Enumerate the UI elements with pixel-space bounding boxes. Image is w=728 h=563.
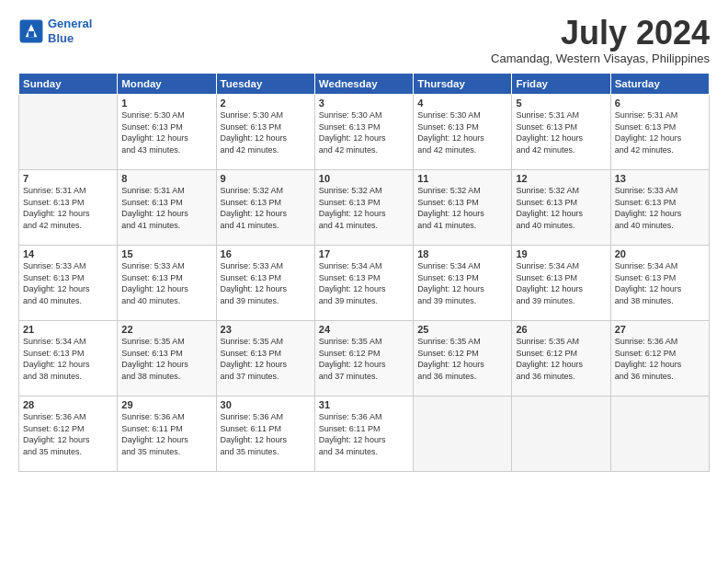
day-number: 6	[615, 98, 705, 109]
day-number: 22	[121, 324, 211, 335]
logo-icon	[18, 18, 44, 44]
weekday-header: Saturday	[610, 74, 709, 95]
location: Camandag, Western Visayas, Philippines	[491, 52, 710, 65]
calendar-cell: 15Sunrise: 5:33 AM Sunset: 6:13 PM Dayli…	[118, 246, 216, 321]
day-number: 20	[615, 248, 705, 259]
cell-info: Sunrise: 5:32 AM Sunset: 6:13 PM Dayligh…	[516, 185, 606, 231]
calendar-cell: 14Sunrise: 5:33 AM Sunset: 6:13 PM Dayli…	[19, 246, 118, 321]
cell-info: Sunrise: 5:31 AM Sunset: 6:13 PM Dayligh…	[615, 109, 705, 155]
cell-info: Sunrise: 5:34 AM Sunset: 6:13 PM Dayligh…	[319, 260, 409, 306]
day-number: 21	[23, 324, 113, 335]
day-number: 8	[121, 173, 211, 184]
cell-info: Sunrise: 5:35 AM Sunset: 6:12 PM Dayligh…	[319, 336, 409, 382]
calendar-cell: 23Sunrise: 5:35 AM Sunset: 6:13 PM Dayli…	[216, 321, 314, 396]
calendar-week-row: 7Sunrise: 5:31 AM Sunset: 6:13 PM Daylig…	[19, 170, 710, 246]
calendar-table: SundayMondayTuesdayWednesdayThursdayFrid…	[18, 73, 710, 472]
calendar-cell: 26Sunrise: 5:35 AM Sunset: 6:12 PM Dayli…	[512, 321, 610, 396]
cell-info: Sunrise: 5:34 AM Sunset: 6:13 PM Dayligh…	[23, 336, 113, 382]
day-number: 19	[516, 248, 606, 259]
logo-text: General Blue	[48, 17, 92, 45]
cell-info: Sunrise: 5:31 AM Sunset: 6:13 PM Dayligh…	[516, 109, 606, 155]
calendar-cell: 9Sunrise: 5:32 AM Sunset: 6:13 PM Daylig…	[216, 170, 314, 246]
calendar-cell: 10Sunrise: 5:32 AM Sunset: 6:13 PM Dayli…	[314, 170, 413, 246]
logo: General Blue	[18, 17, 92, 45]
day-number: 29	[121, 399, 211, 410]
calendar-cell: 22Sunrise: 5:35 AM Sunset: 6:13 PM Dayli…	[118, 321, 216, 396]
day-number: 18	[417, 248, 507, 259]
cell-info: Sunrise: 5:31 AM Sunset: 6:13 PM Dayligh…	[23, 185, 113, 231]
calendar-cell: 21Sunrise: 5:34 AM Sunset: 6:13 PM Dayli…	[19, 321, 118, 396]
cell-info: Sunrise: 5:33 AM Sunset: 6:13 PM Dayligh…	[23, 260, 113, 306]
cell-info: Sunrise: 5:36 AM Sunset: 6:11 PM Dayligh…	[319, 411, 409, 457]
cell-info: Sunrise: 5:32 AM Sunset: 6:13 PM Dayligh…	[417, 185, 507, 231]
cell-info: Sunrise: 5:35 AM Sunset: 6:12 PM Dayligh…	[417, 336, 507, 382]
calendar-week-row: 21Sunrise: 5:34 AM Sunset: 6:13 PM Dayli…	[19, 321, 710, 396]
cell-info: Sunrise: 5:33 AM Sunset: 6:13 PM Dayligh…	[221, 260, 311, 306]
calendar-cell: 7Sunrise: 5:31 AM Sunset: 6:13 PM Daylig…	[19, 170, 118, 246]
calendar-cell: 6Sunrise: 5:31 AM Sunset: 6:13 PM Daylig…	[610, 95, 709, 170]
day-number: 10	[319, 173, 409, 184]
day-number: 2	[221, 98, 311, 109]
day-number: 1	[121, 98, 211, 109]
day-number: 27	[615, 324, 705, 335]
cell-info: Sunrise: 5:32 AM Sunset: 6:13 PM Dayligh…	[319, 185, 409, 231]
calendar-cell: 12Sunrise: 5:32 AM Sunset: 6:13 PM Dayli…	[512, 170, 610, 246]
header: General Blue July 2024 Camandag, Western…	[18, 17, 710, 65]
calendar-cell: 3Sunrise: 5:30 AM Sunset: 6:13 PM Daylig…	[314, 95, 413, 170]
calendar-week-row: 28Sunrise: 5:36 AM Sunset: 6:12 PM Dayli…	[19, 396, 710, 472]
calendar-cell: 4Sunrise: 5:30 AM Sunset: 6:13 PM Daylig…	[414, 95, 512, 170]
day-number: 9	[221, 173, 311, 184]
calendar-cell	[414, 396, 512, 472]
day-number: 5	[516, 98, 606, 109]
cell-info: Sunrise: 5:36 AM Sunset: 6:11 PM Dayligh…	[121, 411, 211, 457]
calendar-cell: 19Sunrise: 5:34 AM Sunset: 6:13 PM Dayli…	[512, 246, 610, 321]
month-title: July 2024	[491, 17, 710, 50]
calendar-cell: 30Sunrise: 5:36 AM Sunset: 6:11 PM Dayli…	[216, 396, 314, 472]
calendar-cell	[19, 95, 118, 170]
day-number: 3	[319, 98, 409, 109]
header-row: SundayMondayTuesdayWednesdayThursdayFrid…	[19, 74, 710, 95]
cell-info: Sunrise: 5:31 AM Sunset: 6:13 PM Dayligh…	[121, 185, 211, 231]
cell-info: Sunrise: 5:33 AM Sunset: 6:13 PM Dayligh…	[121, 260, 211, 306]
calendar-cell: 18Sunrise: 5:34 AM Sunset: 6:13 PM Dayli…	[414, 246, 512, 321]
calendar-cell: 1Sunrise: 5:30 AM Sunset: 6:13 PM Daylig…	[118, 95, 216, 170]
cell-info: Sunrise: 5:36 AM Sunset: 6:12 PM Dayligh…	[615, 336, 705, 382]
day-number: 24	[319, 324, 409, 335]
title-block: July 2024 Camandag, Western Visayas, Phi…	[491, 17, 710, 65]
weekday-header: Sunday	[19, 74, 118, 95]
calendar-cell: 31Sunrise: 5:36 AM Sunset: 6:11 PM Dayli…	[314, 396, 413, 472]
cell-info: Sunrise: 5:30 AM Sunset: 6:13 PM Dayligh…	[417, 109, 507, 155]
cell-info: Sunrise: 5:35 AM Sunset: 6:13 PM Dayligh…	[221, 336, 311, 382]
cell-info: Sunrise: 5:34 AM Sunset: 6:13 PM Dayligh…	[615, 260, 705, 306]
day-number: 15	[121, 248, 211, 259]
calendar-week-row: 14Sunrise: 5:33 AM Sunset: 6:13 PM Dayli…	[19, 246, 710, 321]
calendar-cell: 27Sunrise: 5:36 AM Sunset: 6:12 PM Dayli…	[610, 321, 709, 396]
cell-info: Sunrise: 5:36 AM Sunset: 6:11 PM Dayligh…	[221, 411, 311, 457]
day-number: 16	[221, 248, 311, 259]
cell-info: Sunrise: 5:32 AM Sunset: 6:13 PM Dayligh…	[221, 185, 311, 231]
day-number: 12	[516, 173, 606, 184]
calendar-cell	[610, 396, 709, 472]
cell-info: Sunrise: 5:35 AM Sunset: 6:13 PM Dayligh…	[121, 336, 211, 382]
calendar-cell: 17Sunrise: 5:34 AM Sunset: 6:13 PM Dayli…	[314, 246, 413, 321]
cell-info: Sunrise: 5:30 AM Sunset: 6:13 PM Dayligh…	[221, 109, 311, 155]
calendar-cell: 16Sunrise: 5:33 AM Sunset: 6:13 PM Dayli…	[216, 246, 314, 321]
day-number: 4	[417, 98, 507, 109]
weekday-header: Tuesday	[216, 74, 314, 95]
day-number: 31	[319, 399, 409, 410]
logo-line1: General	[48, 17, 92, 30]
calendar-cell: 20Sunrise: 5:34 AM Sunset: 6:13 PM Dayli…	[610, 246, 709, 321]
calendar-week-row: 1Sunrise: 5:30 AM Sunset: 6:13 PM Daylig…	[19, 95, 710, 170]
svg-rect-2	[28, 31, 34, 37]
day-number: 13	[615, 173, 705, 184]
day-number: 14	[23, 248, 113, 259]
calendar-cell: 2Sunrise: 5:30 AM Sunset: 6:13 PM Daylig…	[216, 95, 314, 170]
weekday-header: Wednesday	[314, 74, 413, 95]
cell-info: Sunrise: 5:33 AM Sunset: 6:13 PM Dayligh…	[615, 185, 705, 231]
logo-line2: Blue	[48, 31, 74, 45]
calendar-cell: 8Sunrise: 5:31 AM Sunset: 6:13 PM Daylig…	[118, 170, 216, 246]
day-number: 23	[221, 324, 311, 335]
cell-info: Sunrise: 5:34 AM Sunset: 6:13 PM Dayligh…	[417, 260, 507, 306]
cell-info: Sunrise: 5:35 AM Sunset: 6:12 PM Dayligh…	[516, 336, 606, 382]
day-number: 11	[417, 173, 507, 184]
